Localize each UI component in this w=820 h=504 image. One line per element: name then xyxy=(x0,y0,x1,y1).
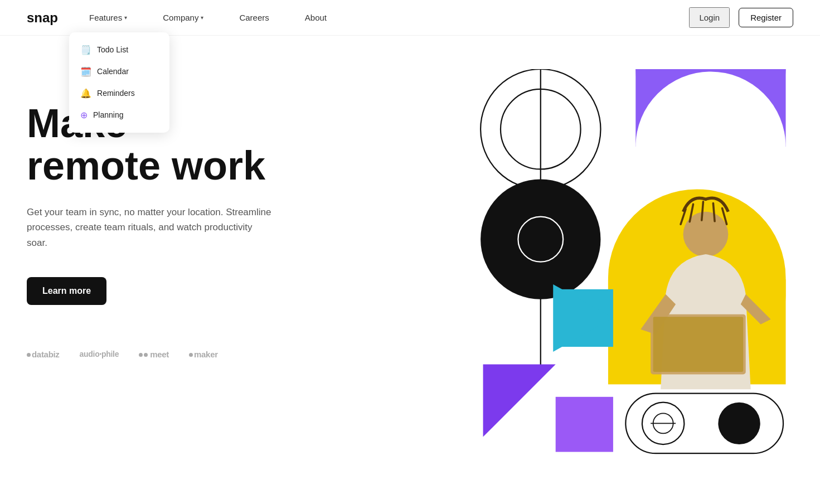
nav-links: Features ▾ 🗒️ Todo List 🗓️ Calendar 🔔 Re… xyxy=(80,0,336,36)
dropdown-item-reminders[interactable]: 🔔 Reminders xyxy=(69,83,169,104)
databiz-dot-icon xyxy=(27,353,31,357)
planning-icon: ⊕ xyxy=(80,110,88,120)
todo-icon: 🗒️ xyxy=(80,45,91,55)
svg-rect-12 xyxy=(653,317,744,372)
login-button[interactable]: Login xyxy=(689,7,730,28)
nav-about[interactable]: About xyxy=(296,0,336,36)
logo-databiz: databiz xyxy=(27,350,60,359)
logo-audiophile: audio·phile xyxy=(80,350,119,358)
nav-careers[interactable]: Careers xyxy=(230,0,278,36)
meet-dot2-icon xyxy=(144,353,148,357)
svg-point-23 xyxy=(719,403,760,444)
reminders-icon: 🔔 xyxy=(80,88,91,99)
dropdown-item-planning[interactable]: ⊕ Planning xyxy=(69,104,169,126)
meet-dot-icon xyxy=(139,353,143,357)
maker-dot-icon xyxy=(189,353,193,357)
nav-features[interactable]: Features ▾ 🗒️ Todo List 🗓️ Calendar 🔔 Re… xyxy=(80,0,136,36)
features-chevron-icon: ▾ xyxy=(124,14,127,21)
dropdown-item-todo[interactable]: 🗒️ Todo List xyxy=(69,39,169,61)
svg-point-6 xyxy=(481,179,600,299)
hero-subtitle: Get your team in sync, no matter your lo… xyxy=(27,205,272,250)
svg-marker-17 xyxy=(483,364,556,437)
calendar-icon: 🗓️ xyxy=(80,66,91,77)
illustration-svg xyxy=(448,69,793,459)
company-chevron-icon: ▾ xyxy=(201,14,203,21)
svg-rect-18 xyxy=(556,397,613,452)
dropdown-item-calendar[interactable]: 🗓️ Calendar xyxy=(69,61,169,83)
brand-logo: snap xyxy=(27,10,58,26)
nav-auth: Login Register xyxy=(689,7,793,28)
logo-meet: meet xyxy=(139,350,169,359)
register-button[interactable]: Register xyxy=(739,8,793,27)
logo-maker: maker xyxy=(189,350,218,359)
features-dropdown: 🗒️ Todo List 🗓️ Calendar 🔔 Reminders ⊕ P… xyxy=(69,32,169,133)
hero-illustration xyxy=(448,69,793,459)
logos-row: databiz audio·phile meet maker xyxy=(27,350,448,359)
nav-company[interactable]: Company ▾ xyxy=(154,0,212,36)
learn-more-button[interactable]: Learn more xyxy=(27,277,106,305)
navbar: snap Features ▾ 🗒️ Todo List 🗓️ Calendar xyxy=(0,0,820,36)
